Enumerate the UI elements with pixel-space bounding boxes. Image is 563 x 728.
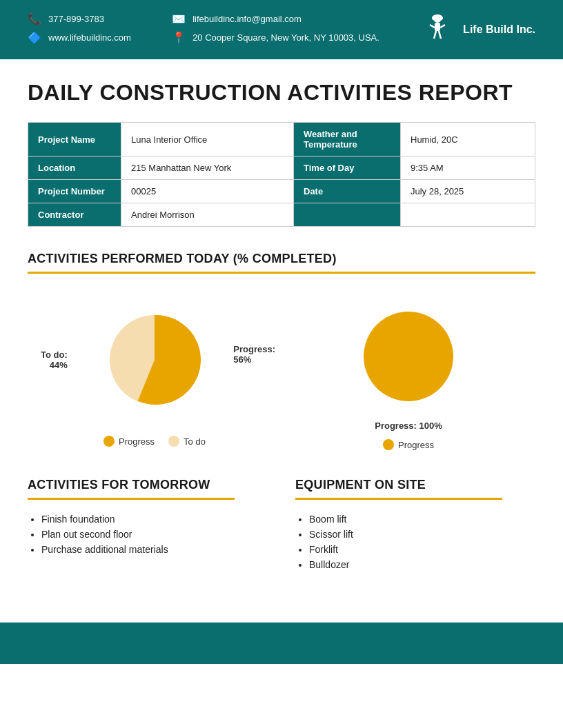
website-item: 🔷 www.lifebuildinc.com (28, 31, 131, 44)
equipment-title: EQUIPMENT ON SITE (295, 478, 535, 492)
svg-line-6 (434, 31, 436, 39)
chart2-container: Progress: 100% Progress (353, 301, 464, 450)
phone-item: 📞 377-899-3783 (28, 12, 131, 26)
activities-underline (28, 272, 535, 274)
weather-label: Weather and Temperature (294, 123, 401, 156)
legend2-progress-item: Progress (383, 439, 434, 450)
activities-section: ACTIVITIES PERFORMED TODAY (% Completed)… (28, 252, 535, 464)
project-name-label: Project Name (28, 123, 121, 156)
footer (0, 623, 563, 664)
list-item: Plan out second floor (41, 529, 268, 540)
chart2-progress-label: Progress: 100% (375, 421, 442, 431)
bottom-sections: ACTIVITIES FOR TOMORROW Finish foundatio… (28, 478, 535, 574)
list-item: Scissor lift (309, 529, 535, 540)
legend-todo-label: To do (184, 436, 206, 447)
legend2-progress-label: Progress (398, 440, 434, 450)
activities-title: ACTIVITIES PERFORMED TODAY (% Completed) (28, 252, 535, 266)
table-row-contractor: Contractor Andrei Morrison (28, 203, 535, 227)
date-value: July 28, 2025 (401, 180, 535, 203)
website-url: www.lifebuildinc.com (48, 32, 131, 43)
empty-value (401, 203, 535, 227)
company-name: Life Build Inc. (463, 23, 535, 36)
report-title: DAILY CONSTRUCTION ACTIVITIES REPORT (28, 80, 535, 105)
email-icon: ✉️ (172, 12, 186, 26)
tomorrow-section: ACTIVITIES FOR TOMORROW Finish foundatio… (28, 478, 268, 574)
legend-progress-item: Progress (103, 436, 155, 447)
charts-area: To do: 44% Progres (28, 287, 535, 464)
equipment-list: Boom liftScissor liftForkliftBulldozer (309, 514, 535, 570)
list-item: Bulldozer (309, 559, 535, 570)
time-value: 9:35 AM (401, 156, 535, 180)
contractor-label: Contractor (28, 203, 121, 227)
tomorrow-list: Finish foundationPlan out second floorPu… (41, 514, 268, 555)
location-icon: 📍 (172, 31, 186, 44)
svg-rect-3 (435, 23, 440, 31)
location-label: Location (28, 156, 121, 180)
chart1-progress-label: Progress: 56% (233, 344, 275, 365)
construction-logo-icon (420, 12, 455, 47)
chart2-wrapper: Progress: 100% (353, 301, 464, 412)
email-address: lifebuildinc.info@gmail.com (192, 14, 302, 24)
company-branding: Life Build Inc. (420, 12, 535, 47)
time-label: Time of Day (294, 156, 401, 180)
date-label: Date (294, 180, 401, 203)
chart1-container: To do: 44% Progres (99, 305, 210, 447)
list-item: Purchase additional materials (41, 544, 268, 555)
tomorrow-underline (28, 498, 235, 500)
empty-label (294, 203, 401, 227)
address-item: 📍 20 Cooper Square, New York, NY 10003, … (172, 31, 379, 44)
weather-value: Humid, 20C (401, 123, 535, 156)
legend-progress-dot (103, 436, 115, 447)
chart2-legend: Progress (383, 439, 434, 450)
legend-todo-item: To do (168, 436, 206, 447)
table-row-project-name: Project Name Luna Interior Office Weathe… (28, 123, 535, 156)
header-center: ✉️ lifebuildinc.info@gmail.com 📍 20 Coop… (172, 12, 379, 44)
svg-line-4 (430, 25, 435, 28)
table-row-location: Location 215 Manhattan New York Time of … (28, 156, 535, 180)
phone-icon: 📞 (28, 12, 41, 26)
equipment-underline (295, 498, 502, 500)
svg-line-7 (439, 31, 441, 39)
project-number-value: 00025 (121, 180, 294, 203)
svg-rect-2 (432, 17, 443, 19)
chart2-full-circle (364, 312, 453, 401)
legend2-progress-dot (383, 439, 394, 450)
contractor-value: Andrei Morrison (121, 203, 294, 227)
chart1-svg (99, 305, 210, 415)
info-table: Project Name Luna Interior Office Weathe… (28, 122, 535, 227)
equipment-section: EQUIPMENT ON SITE Boom liftScissor liftF… (295, 478, 535, 574)
tomorrow-title: ACTIVITIES FOR TOMORROW (28, 478, 268, 492)
chart1-wrapper: To do: 44% Progres (99, 305, 210, 415)
chart1-todo-label: To do: 44% (41, 350, 68, 370)
project-number-label: Project Number (28, 180, 121, 203)
chart2-svg (353, 301, 464, 412)
header-left: 📞 377-899-3783 🔷 www.lifebuildinc.com (28, 12, 131, 44)
website-icon: 🔷 (28, 31, 41, 44)
address-text: 20 Cooper Square, New York, NY 10003, US… (192, 32, 379, 43)
email-item: ✉️ lifebuildinc.info@gmail.com (172, 12, 379, 26)
project-name-value: Luna Interior Office (121, 123, 294, 156)
phone-number: 377-899-3783 (48, 14, 104, 24)
list-item: Boom lift (309, 514, 535, 525)
legend-progress-label: Progress (119, 436, 155, 447)
list-item: Finish foundation (41, 514, 268, 525)
main-content: DAILY CONSTRUCTION ACTIVITIES REPORT Pro… (0, 59, 563, 595)
chart1-legend: Progress To do (103, 436, 206, 447)
header: 📞 377-899-3783 🔷 www.lifebuildinc.com ✉️… (0, 0, 563, 59)
list-item: Forklift (309, 544, 535, 555)
svg-line-5 (440, 25, 445, 28)
location-value: 215 Manhattan New York (121, 156, 294, 180)
legend-todo-dot (168, 436, 179, 447)
table-row-project-number: Project Number 00025 Date July 28, 2025 (28, 180, 535, 203)
